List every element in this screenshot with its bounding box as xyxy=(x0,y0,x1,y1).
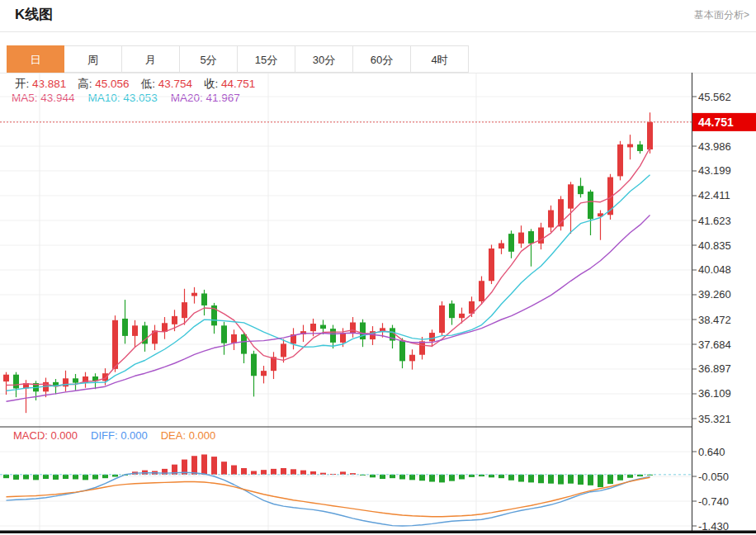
ma5-line xyxy=(7,148,650,386)
period-tab-0[interactable]: 日 xyxy=(7,45,64,73)
header-divider xyxy=(0,31,756,32)
svg-text:36.897: 36.897 xyxy=(698,362,731,375)
period-tab-3[interactable]: 5分 xyxy=(180,45,238,73)
page-title: K线图 xyxy=(15,5,53,24)
svg-text:39.260: 39.260 xyxy=(698,288,731,301)
period-tab-7[interactable]: 4时 xyxy=(411,45,469,73)
svg-text:40.835: 40.835 xyxy=(698,239,731,252)
svg-text:43.199: 43.199 xyxy=(698,164,731,177)
period-tab-1[interactable]: 周 xyxy=(64,45,122,73)
fundamental-analysis-link[interactable]: 基本面分析> xyxy=(694,8,749,22)
svg-text:-1.430: -1.430 xyxy=(698,520,729,533)
svg-text:36.109: 36.109 xyxy=(698,387,731,400)
kline-widget: K线图 基本面分析> 日周月5分15分30分60分4时 开: 43.881高: … xyxy=(0,0,756,535)
svg-text:40.048: 40.048 xyxy=(698,263,731,276)
svg-text:44.751: 44.751 xyxy=(698,116,734,129)
price-axis-labels: 45.56243.98643.19942.41141.62340.83540.0… xyxy=(692,91,731,533)
current-price-tag: 44.751 xyxy=(692,113,756,131)
gridlines xyxy=(0,73,756,531)
svg-text:38.472: 38.472 xyxy=(698,314,731,326)
svg-text:45.562: 45.562 xyxy=(698,91,731,103)
period-tab-6[interactable]: 60分 xyxy=(353,45,411,73)
svg-text:35.321: 35.321 xyxy=(698,413,731,425)
svg-text:37.684: 37.684 xyxy=(698,339,731,351)
kline-chart[interactable]: 45.56243.98643.19942.41141.62340.83540.0… xyxy=(0,73,756,535)
candles-layer xyxy=(3,112,653,413)
period-tabs: 日周月5分15分30分60分4时 xyxy=(7,45,469,73)
period-tab-5[interactable]: 30分 xyxy=(295,45,353,73)
period-tab-2[interactable]: 月 xyxy=(122,45,180,73)
bottom-axis-bar xyxy=(0,531,756,534)
ma10-line xyxy=(7,175,650,391)
svg-text:41.623: 41.623 xyxy=(698,215,731,227)
svg-text:-0.050: -0.050 xyxy=(698,471,729,483)
svg-text:0.640: 0.640 xyxy=(698,446,725,458)
svg-text:43.986: 43.986 xyxy=(698,140,731,153)
svg-text:-0.740: -0.740 xyxy=(698,495,729,508)
period-tab-4[interactable]: 15分 xyxy=(238,45,295,73)
svg-text:42.411: 42.411 xyxy=(698,189,730,201)
macd-histogram xyxy=(3,454,653,487)
